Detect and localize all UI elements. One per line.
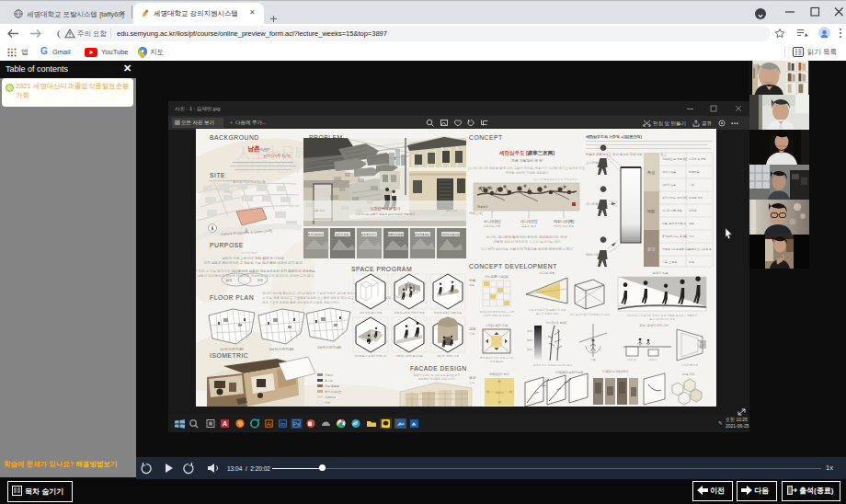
svg-text:퇴계로: 퇴계로 [223,189,234,194]
svg-text:BACKGROUND: BACKGROUND [210,134,259,141]
svg-text:세한삼우도 [歲寒三友圖]: 세한삼우도 [歲寒三友圖] [498,150,554,156]
svg-text:Ai: Ai [267,421,271,427]
svg-text:공간의 확장된 장면: 공간의 확장된 장면 [536,312,558,315]
svg-text:사라져가는 남촌의 한옥과 근대 건축물 멸실 위기: 사라져가는 남촌의 한옥과 근대 건축물 멸실 위기 [355,212,415,216]
svg-text:내부 수직 공간 확장: 내부 수직 공간 확장 [360,311,383,315]
svg-text:전통가옥보존: 전통가옥보존 [388,233,404,236]
svg-text:올곧은 절개: 올곧은 절개 [689,196,703,200]
svg-text:선비문화공간들: 선비문화공간들 [441,233,460,236]
svg-text:유리: 유리 [325,401,330,405]
svg-text:성장의 마디 수직성과 단계적 공간: 성장의 마디 수직성과 단계적 공간 [533,363,572,367]
svg-text:시점: 시점 [469,332,474,336]
svg-text:체험: 체험 [647,209,655,213]
svg-text:재구성 계획: 재구성 계획 [539,271,555,275]
svg-text:변함없는 푸름: 변함없는 푸름 [484,224,501,228]
svg-text:선비의 서재와 사유: 선비의 서재와 사유 [437,354,459,358]
svg-text:미로,공간: 미로,공간 [682,372,695,376]
svg-text:한지 마감재료: 한지 마감재료 [325,390,342,394]
svg-text:성장의 노출: 성장의 노출 [653,271,669,275]
svg-text:In: In [280,421,285,427]
svg-text:거주와 사유의 공간마당: 거주와 사유의 공간마당 [395,354,423,358]
svg-text:겸손: 겸손 [689,222,694,225]
svg-text:추위속에 피는 꽃 [梅]: 추위속에 피는 꽃 [梅] [662,235,687,238]
svg-text:대나무형: 대나무형 [586,201,599,206]
svg-text:차경[회.난.매]재해석: 차경[회.난.매]재해석 [601,370,628,373]
svg-text:대청-방: 대청-방 [649,358,657,361]
svg-text:CONCEPT DEVELOPMENT: CONCEPT DEVELOPMENT [469,263,557,269]
svg-text:비움, 공간성 비운 속: 비움, 공간성 비운 속 [662,222,686,225]
svg-text:재해석: 재해석 [495,391,504,395]
svg-text:세한[三友]: 세한[三友] [469,212,483,215]
svg-text:대나무[竹]: 대나무[竹] [520,219,537,223]
svg-text:과거와 현재: 과거와 현재 [242,251,257,255]
svg-text:과거 적의 수 있는 공간으로 선비문화와 남촌의 장소성으: 과거 적의 수 있는 공간으로 선비문화와 남촌의 장소성으로서 주거 환경으로… [196,269,315,273]
svg-text:중첩, 관계의 커뮤니티: 중첩, 관계의 커뮤니티 [639,324,668,327]
svg-text:외벽재: 외벽재 [325,373,333,377]
svg-text:공간, 선비정신의 성장: 공간, 선비정신의 성장 [649,317,675,321]
svg-text:충무로역(신당동현) M: 충무로역(신당동현) M [233,180,265,184]
svg-text:세한[松]의 부각: 세한[松]의 부각 [489,372,510,376]
svg-text:우드 플로링: 우드 플로링 [325,384,339,388]
svg-text:마디[자각 성장]: 마디[자각 성장] [546,321,566,325]
svg-text:'추운 겨울철의 세 벗': '추운 겨울철의 세 벗' [511,158,543,163]
svg-text:겨울철 삼우의 덕목으로 꿋꿋이 살아가는 의미: 겨울철 삼우의 덕목으로 꿋꿋이 살아가는 의미 [493,239,561,244]
svg-text:특성: 특성 [647,170,655,175]
svg-text:양옥: 양옥 [257,279,264,282]
svg-text:단계성: 단계성 [689,209,697,212]
svg-text:곧게 자라는 성질 [竹]: 곧게 자라는 성질 [竹] [662,196,687,200]
svg-text:기상: 기상 [688,183,694,187]
svg-text:Ps: Ps [293,421,300,427]
svg-text:"꿋꿋하게 살아가는 사람의 주거공간을 공간에 재해석했던: "꿋꿋하게 살아가는 사람의 주거공간을 공간에 재해석했던 했다" [480,246,575,251]
svg-text:자료: 국립중앙박물관 소장 '세한삼우도': 자료: 국립중앙박물관 소장 '세한삼우도' [532,178,577,181]
svg-text:회벽마감: 회벽마감 [325,395,336,399]
svg-text:인내: 인내 [689,235,694,238]
svg-text:소나무, 대나무의 절개 매화 희망의, 선비정신으로 '덕: 소나무, 대나무의 절개 매화 희망의, 선비정신으로 '덕성' [486,235,568,239]
svg-text:마당 -담-: 마당 -담- [627,359,636,361]
svg-text:PURPOSE: PURPOSE [210,242,244,248]
svg-text:남촌한옥마을 일대: 남촌한옥마을 일대 [370,206,400,211]
svg-text:설립자 이념 교육이며 '학습 환경'과 미래를: 설립자 이념 교육이며 '학습 환경'과 미래를 [222,256,284,260]
svg-text:것, 남촌의 선비문화의 장소성 재생으로 계승하는 현대적: 것, 남촌의 선비문화의 장소성 재생으로 계승하는 현대적 공간으로 재생하고… [196,273,314,278]
svg-text:한결같음: 한결같음 [689,170,700,174]
svg-text:남촌이란?: 남촌이란? [247,145,270,153]
svg-text:차용: 차용 [469,279,476,282]
svg-text:기품, 고결함: 기품, 고결함 [661,260,677,264]
svg-text:남산한옥거리: 남산한옥거리 [361,233,377,236]
svg-text:누마루공간 성장의 커뮤니티: 누마루공간 성장의 커뮤니티 [354,354,386,358]
svg-text:ISOMETRIC: ISOMETRIC [210,352,248,359]
svg-text:대청 소나무와 거주의 확장: 대청 소나무와 거주의 확장 [394,311,424,315]
svg-text:변하지 않음: 변하지 않음 [662,170,676,174]
svg-text:차경[함]으로써의전달: 차경[함]으로써의전달 [555,371,584,374]
svg-text:수직[소결]의 차원: 수직[소결]의 차원 [486,324,509,327]
svg-text:A: A [223,420,227,427]
svg-text:실내외 패턴화된 재해석: 실내외 패턴화된 재해석 [483,314,510,317]
svg-text:비움: 비움 [590,358,596,361]
svg-text:은은하고 그윽한 향: 은은하고 그윽한 향 [689,247,712,251]
svg-text:한옥마을전경: 한옥마을전경 [308,233,324,236]
svg-text:구성: 구성 [469,381,474,384]
svg-text:소나무[松]: 소나무[松] [484,219,500,223]
svg-text:마디의 매듭 맺음: 마디의 매듭 맺음 [662,209,682,212]
svg-text:대칭 중심성: 대칭 중심성 [490,360,504,363]
svg-text:FACADE DESIGN: FACADE DESIGN [410,365,467,372]
svg-text:적용: 적용 [469,283,474,287]
svg-text:소나무, 대나무 매화를 함께 그린 그림이 자라듯, 추운: 소나무, 대나무 매화를 함께 그린 그림이 자라듯, 추운시기 인내를 견디고… [468,166,587,170]
svg-text:공간: 공간 [469,376,476,380]
svg-text:지조와 인내 희망: 지조와 인내 희망 [554,224,575,228]
svg-text:공간 구조의 상징을 통해 선비정신의 느낌을 계획하였다.: 공간 구조의 상징을 통해 선비정신의 느낌을 계획하였다. [262,300,340,304]
svg-text:2nd FLOOR PLAN: 2nd FLOOR PLAN [269,348,294,351]
svg-text:곧음과 절개: 곧음과 절개 [521,224,536,228]
svg-text:현대적인 선비문화 재해석이다.: 현대적인 선비문화 재해석이다. [417,377,456,381]
svg-text:선비.공간차원의 1차원획득의 성장: 선비.공간차원의 1차원획득의 성장 [569,313,609,316]
svg-text:희망: 희망 [689,260,694,264]
svg-text:남산 아래: 남산 아래 [446,209,457,212]
svg-text:筆者未詳: 筆者未詳 [477,205,488,209]
svg-text:주거 남촌의 문화적으로 그 장소를 사는 선비 문화 배경: 주거 남촌의 문화적으로 그 장소를 사는 선비 문화 배경의 주거 공간 [203,260,302,265]
svg-text:시선의 틀 차경: 시선의 틀 차경 [681,363,699,367]
svg-text:FLOOR PLAN: FLOOR PLAN [210,294,254,301]
svg-text:3rd FLOOR PLAN: 3rd FLOOR PLAN [317,346,341,349]
svg-text:한옥: 한옥 [225,279,233,282]
svg-text:선비거주지역: 선비거주지역 [263,153,291,158]
svg-text:선비의 노송: 선비의 노송 [662,183,676,187]
svg-text:CONCEPT: CONCEPT [469,134,503,141]
